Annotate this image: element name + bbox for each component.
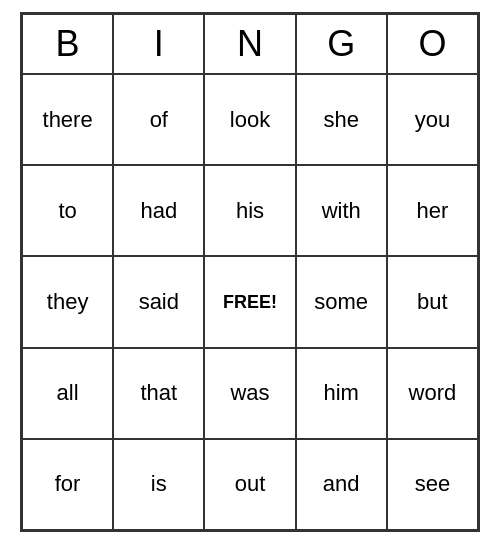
cell-2-4: but xyxy=(387,256,478,347)
cell-3-1: that xyxy=(113,348,204,439)
cell-1-4: her xyxy=(387,165,478,256)
bingo-row-4: forisoutandsee xyxy=(22,439,478,530)
cell-0-4: you xyxy=(387,74,478,165)
bingo-body: thereoflooksheyoutohadhiswithhertheysaid… xyxy=(22,74,478,530)
bingo-card: BINGO thereoflooksheyoutohadhiswithherth… xyxy=(20,12,480,532)
cell-1-2: his xyxy=(204,165,295,256)
cell-3-4: word xyxy=(387,348,478,439)
bingo-row-2: theysaidFREE!somebut xyxy=(22,256,478,347)
header-cell-B: B xyxy=(22,14,113,74)
cell-1-1: had xyxy=(113,165,204,256)
cell-3-3: him xyxy=(296,348,387,439)
cell-4-1: is xyxy=(113,439,204,530)
bingo-row-0: thereoflooksheyou xyxy=(22,74,478,165)
cell-4-4: see xyxy=(387,439,478,530)
cell-1-3: with xyxy=(296,165,387,256)
cell-4-3: and xyxy=(296,439,387,530)
bingo-row-3: allthatwashimword xyxy=(22,348,478,439)
cell-2-0: they xyxy=(22,256,113,347)
header-cell-N: N xyxy=(204,14,295,74)
cell-0-1: of xyxy=(113,74,204,165)
header-cell-O: O xyxy=(387,14,478,74)
cell-4-0: for xyxy=(22,439,113,530)
cell-2-3: some xyxy=(296,256,387,347)
bingo-row-1: tohadhiswithher xyxy=(22,165,478,256)
cell-3-2: was xyxy=(204,348,295,439)
header-cell-G: G xyxy=(296,14,387,74)
bingo-header: BINGO xyxy=(22,14,478,74)
cell-4-2: out xyxy=(204,439,295,530)
cell-1-0: to xyxy=(22,165,113,256)
cell-3-0: all xyxy=(22,348,113,439)
cell-2-1: said xyxy=(113,256,204,347)
cell-0-0: there xyxy=(22,74,113,165)
cell-0-2: look xyxy=(204,74,295,165)
free-cell: FREE! xyxy=(204,256,295,347)
cell-0-3: she xyxy=(296,74,387,165)
header-cell-I: I xyxy=(113,14,204,74)
